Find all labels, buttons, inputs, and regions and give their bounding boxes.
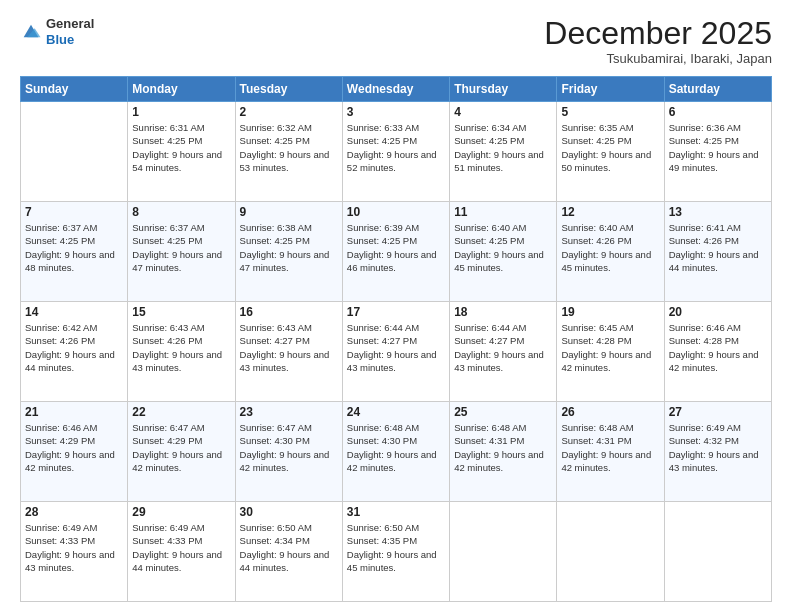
sunset: Sunset: 4:35 PM xyxy=(347,534,445,547)
week-row-4: 21 Sunrise: 6:46 AM Sunset: 4:29 PM Dayl… xyxy=(21,402,772,502)
sunset: Sunset: 4:25 PM xyxy=(561,134,659,147)
header-right: December 2025 Tsukubamirai, Ibaraki, Jap… xyxy=(544,16,772,66)
day-info: Sunrise: 6:49 AM Sunset: 4:32 PM Dayligh… xyxy=(669,421,767,474)
day-info: Sunrise: 6:44 AM Sunset: 4:27 PM Dayligh… xyxy=(347,321,445,374)
day-info: Sunrise: 6:32 AM Sunset: 4:25 PM Dayligh… xyxy=(240,121,338,174)
daylight: Daylight: 9 hours and 42 minutes. xyxy=(454,448,552,475)
day-number: 17 xyxy=(347,305,445,319)
daylight: Daylight: 9 hours and 44 minutes. xyxy=(669,248,767,275)
week-row-5: 28 Sunrise: 6:49 AM Sunset: 4:33 PM Dayl… xyxy=(21,502,772,602)
day-info: Sunrise: 6:49 AM Sunset: 4:33 PM Dayligh… xyxy=(25,521,123,574)
calendar-cell: 22 Sunrise: 6:47 AM Sunset: 4:29 PM Dayl… xyxy=(128,402,235,502)
sunrise: Sunrise: 6:43 AM xyxy=(240,321,338,334)
calendar-cell: 19 Sunrise: 6:45 AM Sunset: 4:28 PM Dayl… xyxy=(557,302,664,402)
sunset: Sunset: 4:32 PM xyxy=(669,434,767,447)
header: General Blue December 2025 Tsukubamirai,… xyxy=(20,16,772,66)
day-info: Sunrise: 6:45 AM Sunset: 4:28 PM Dayligh… xyxy=(561,321,659,374)
weekday-header-row: Sunday Monday Tuesday Wednesday Thursday… xyxy=(21,77,772,102)
calendar-cell: 18 Sunrise: 6:44 AM Sunset: 4:27 PM Dayl… xyxy=(450,302,557,402)
sunset: Sunset: 4:29 PM xyxy=(132,434,230,447)
day-number: 2 xyxy=(240,105,338,119)
sunset: Sunset: 4:25 PM xyxy=(132,134,230,147)
sunset: Sunset: 4:27 PM xyxy=(240,334,338,347)
daylight: Daylight: 9 hours and 43 minutes. xyxy=(454,348,552,375)
sunrise: Sunrise: 6:36 AM xyxy=(669,121,767,134)
daylight: Daylight: 9 hours and 51 minutes. xyxy=(454,148,552,175)
logo: General Blue xyxy=(20,16,94,47)
calendar: Sunday Monday Tuesday Wednesday Thursday… xyxy=(20,76,772,602)
day-number: 1 xyxy=(132,105,230,119)
header-monday: Monday xyxy=(128,77,235,102)
day-info: Sunrise: 6:40 AM Sunset: 4:26 PM Dayligh… xyxy=(561,221,659,274)
sunset: Sunset: 4:33 PM xyxy=(132,534,230,547)
calendar-cell xyxy=(664,502,771,602)
day-number: 5 xyxy=(561,105,659,119)
daylight: Daylight: 9 hours and 54 minutes. xyxy=(132,148,230,175)
day-number: 25 xyxy=(454,405,552,419)
day-info: Sunrise: 6:46 AM Sunset: 4:29 PM Dayligh… xyxy=(25,421,123,474)
sunrise: Sunrise: 6:47 AM xyxy=(132,421,230,434)
sunset: Sunset: 4:30 PM xyxy=(347,434,445,447)
sunrise: Sunrise: 6:49 AM xyxy=(669,421,767,434)
sunset: Sunset: 4:25 PM xyxy=(132,234,230,247)
calendar-cell: 10 Sunrise: 6:39 AM Sunset: 4:25 PM Dayl… xyxy=(342,202,449,302)
day-info: Sunrise: 6:50 AM Sunset: 4:35 PM Dayligh… xyxy=(347,521,445,574)
daylight: Daylight: 9 hours and 42 minutes. xyxy=(669,348,767,375)
sunrise: Sunrise: 6:34 AM xyxy=(454,121,552,134)
calendar-cell: 1 Sunrise: 6:31 AM Sunset: 4:25 PM Dayli… xyxy=(128,102,235,202)
page: General Blue December 2025 Tsukubamirai,… xyxy=(0,0,792,612)
sunrise: Sunrise: 6:49 AM xyxy=(132,521,230,534)
day-number: 19 xyxy=(561,305,659,319)
day-info: Sunrise: 6:48 AM Sunset: 4:30 PM Dayligh… xyxy=(347,421,445,474)
sunset: Sunset: 4:26 PM xyxy=(25,334,123,347)
day-info: Sunrise: 6:42 AM Sunset: 4:26 PM Dayligh… xyxy=(25,321,123,374)
sunset: Sunset: 4:34 PM xyxy=(240,534,338,547)
calendar-cell: 2 Sunrise: 6:32 AM Sunset: 4:25 PM Dayli… xyxy=(235,102,342,202)
day-number: 12 xyxy=(561,205,659,219)
logo-blue: Blue xyxy=(46,32,74,47)
day-number: 7 xyxy=(25,205,123,219)
week-row-2: 7 Sunrise: 6:37 AM Sunset: 4:25 PM Dayli… xyxy=(21,202,772,302)
week-row-3: 14 Sunrise: 6:42 AM Sunset: 4:26 PM Dayl… xyxy=(21,302,772,402)
header-tuesday: Tuesday xyxy=(235,77,342,102)
daylight: Daylight: 9 hours and 43 minutes. xyxy=(132,348,230,375)
daylight: Daylight: 9 hours and 42 minutes. xyxy=(25,448,123,475)
sunset: Sunset: 4:27 PM xyxy=(454,334,552,347)
header-wednesday: Wednesday xyxy=(342,77,449,102)
sunrise: Sunrise: 6:33 AM xyxy=(347,121,445,134)
calendar-cell: 21 Sunrise: 6:46 AM Sunset: 4:29 PM Dayl… xyxy=(21,402,128,502)
daylight: Daylight: 9 hours and 43 minutes. xyxy=(669,448,767,475)
sunrise: Sunrise: 6:48 AM xyxy=(561,421,659,434)
calendar-cell: 7 Sunrise: 6:37 AM Sunset: 4:25 PM Dayli… xyxy=(21,202,128,302)
sunrise: Sunrise: 6:46 AM xyxy=(25,421,123,434)
calendar-cell xyxy=(557,502,664,602)
calendar-cell: 4 Sunrise: 6:34 AM Sunset: 4:25 PM Dayli… xyxy=(450,102,557,202)
sunrise: Sunrise: 6:40 AM xyxy=(561,221,659,234)
day-number: 20 xyxy=(669,305,767,319)
sunset: Sunset: 4:28 PM xyxy=(561,334,659,347)
sunrise: Sunrise: 6:38 AM xyxy=(240,221,338,234)
daylight: Daylight: 9 hours and 42 minutes. xyxy=(240,448,338,475)
sunset: Sunset: 4:26 PM xyxy=(561,234,659,247)
header-saturday: Saturday xyxy=(664,77,771,102)
sunset: Sunset: 4:25 PM xyxy=(454,234,552,247)
sunset: Sunset: 4:30 PM xyxy=(240,434,338,447)
day-info: Sunrise: 6:43 AM Sunset: 4:26 PM Dayligh… xyxy=(132,321,230,374)
daylight: Daylight: 9 hours and 44 minutes. xyxy=(132,548,230,575)
calendar-cell: 24 Sunrise: 6:48 AM Sunset: 4:30 PM Dayl… xyxy=(342,402,449,502)
sunrise: Sunrise: 6:37 AM xyxy=(132,221,230,234)
sunrise: Sunrise: 6:50 AM xyxy=(240,521,338,534)
day-number: 30 xyxy=(240,505,338,519)
daylight: Daylight: 9 hours and 53 minutes. xyxy=(240,148,338,175)
sunset: Sunset: 4:25 PM xyxy=(454,134,552,147)
day-info: Sunrise: 6:33 AM Sunset: 4:25 PM Dayligh… xyxy=(347,121,445,174)
sunrise: Sunrise: 6:49 AM xyxy=(25,521,123,534)
day-info: Sunrise: 6:46 AM Sunset: 4:28 PM Dayligh… xyxy=(669,321,767,374)
calendar-cell: 31 Sunrise: 6:50 AM Sunset: 4:35 PM Dayl… xyxy=(342,502,449,602)
calendar-cell: 11 Sunrise: 6:40 AM Sunset: 4:25 PM Dayl… xyxy=(450,202,557,302)
day-number: 24 xyxy=(347,405,445,419)
day-info: Sunrise: 6:49 AM Sunset: 4:33 PM Dayligh… xyxy=(132,521,230,574)
sunrise: Sunrise: 6:40 AM xyxy=(454,221,552,234)
daylight: Daylight: 9 hours and 42 minutes. xyxy=(347,448,445,475)
calendar-cell: 20 Sunrise: 6:46 AM Sunset: 4:28 PM Dayl… xyxy=(664,302,771,402)
